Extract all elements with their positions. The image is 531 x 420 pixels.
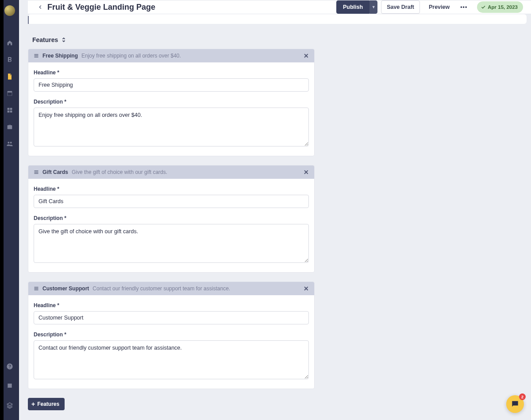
- description-label: Description *: [34, 99, 309, 105]
- feature-summary: Contact our friendly customer support te…: [92, 285, 230, 292]
- book-icon[interactable]: [5, 381, 15, 391]
- users-icon[interactable]: [5, 139, 15, 149]
- description-textarea[interactable]: Give the gift of choice with our gift ca…: [34, 224, 309, 263]
- briefcase-icon[interactable]: [5, 122, 15, 132]
- feature-block: Customer Support Contact our friendly cu…: [28, 281, 315, 389]
- add-feature-button[interactable]: + Features: [28, 398, 65, 410]
- chat-icon: [511, 400, 519, 408]
- feature-title: Free Shipping: [42, 53, 78, 59]
- publish-button[interactable]: Publish: [336, 0, 369, 14]
- headline-label: Headline *: [34, 302, 309, 308]
- feature-title: Customer Support: [42, 285, 89, 292]
- feature-summary: Enjoy free shipping on all orders over $…: [81, 53, 181, 59]
- drag-handle-icon[interactable]: [34, 53, 39, 58]
- headline-label: Headline *: [34, 186, 309, 192]
- drag-handle-icon[interactable]: [34, 286, 39, 291]
- sort-icon[interactable]: [61, 37, 67, 43]
- headline-input[interactable]: [34, 311, 309, 324]
- check-icon: [481, 4, 486, 10]
- calendar-icon[interactable]: [5, 89, 15, 98]
- remove-feature-button[interactable]: ✕: [304, 52, 309, 59]
- avatar[interactable]: [4, 5, 15, 16]
- boxes-icon[interactable]: [5, 105, 15, 115]
- blog-icon[interactable]: [5, 55, 15, 65]
- help-icon[interactable]: [5, 362, 15, 371]
- plus-icon: +: [31, 401, 35, 408]
- feature-block-header: Gift Cards Give the gift of choice with …: [28, 166, 314, 179]
- headline-input[interactable]: [34, 78, 309, 92]
- save-draft-button[interactable]: Save Draft: [381, 0, 420, 14]
- feature-summary: Give the gift of choice with our gift ca…: [72, 169, 167, 175]
- headline-label: Headline *: [34, 69, 309, 76]
- chat-badge: 2: [519, 393, 526, 400]
- preview-button[interactable]: Preview: [423, 0, 455, 14]
- add-feature-label: Features: [37, 401, 59, 407]
- card-fragment: [28, 14, 527, 24]
- feature-block: Free Shipping Enjoy free shipping on all…: [28, 49, 315, 156]
- chat-launcher[interactable]: 2: [506, 395, 524, 413]
- page-title: Fruit & Veggie Landing Page: [47, 3, 155, 12]
- back-button[interactable]: [36, 3, 45, 12]
- remove-feature-button[interactable]: ✕: [304, 285, 309, 292]
- description-label: Description *: [34, 331, 309, 338]
- section-title-features: Features: [32, 36, 58, 43]
- feature-block-header: Customer Support Contact our friendly cu…: [28, 282, 314, 295]
- description-textarea[interactable]: Enjoy free shipping on all orders over $…: [34, 108, 309, 146]
- home-icon[interactable]: [5, 38, 15, 48]
- status-date: Apr 15, 2023: [488, 4, 518, 10]
- remove-feature-button[interactable]: ✕: [304, 169, 309, 176]
- feature-title: Gift Cards: [42, 169, 68, 175]
- layers-icon[interactable]: [5, 401, 15, 410]
- page-header: Fruit & Veggie Landing Page Publish ▼ Sa…: [28, 0, 531, 14]
- page-icon[interactable]: [5, 72, 15, 81]
- feature-block: Gift Cards Give the gift of choice with …: [28, 165, 315, 273]
- description-textarea[interactable]: Contact our friendly customer support te…: [34, 340, 309, 379]
- sidebar-nav: [0, 0, 19, 420]
- description-label: Description *: [34, 215, 309, 221]
- drag-handle-icon[interactable]: [34, 170, 39, 175]
- status-badge: Apr 15, 2023: [477, 1, 523, 13]
- feature-block-header: Free Shipping Enjoy free shipping on all…: [28, 49, 314, 62]
- headline-input[interactable]: [34, 195, 309, 208]
- more-button[interactable]: •••: [458, 0, 469, 14]
- publish-caret-button[interactable]: ▼: [369, 0, 377, 14]
